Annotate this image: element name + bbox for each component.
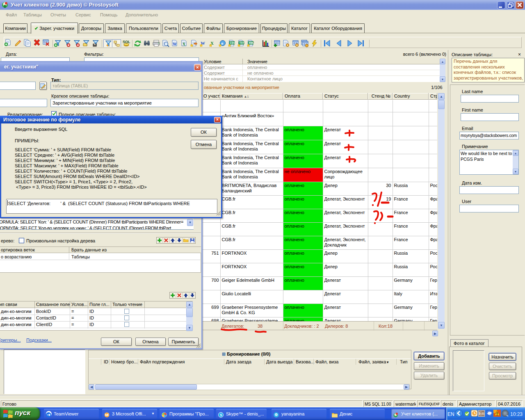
svg-text:X: X [183, 42, 186, 46]
svg-text:XML: XML [249, 41, 254, 44]
svg-text:TXT: TXT [240, 41, 244, 44]
svg-text:S: S [220, 413, 222, 417]
svg-text:e: e [221, 41, 224, 46]
svg-text:W: W [173, 42, 177, 46]
svg-text:CSV: CSV [230, 41, 235, 44]
